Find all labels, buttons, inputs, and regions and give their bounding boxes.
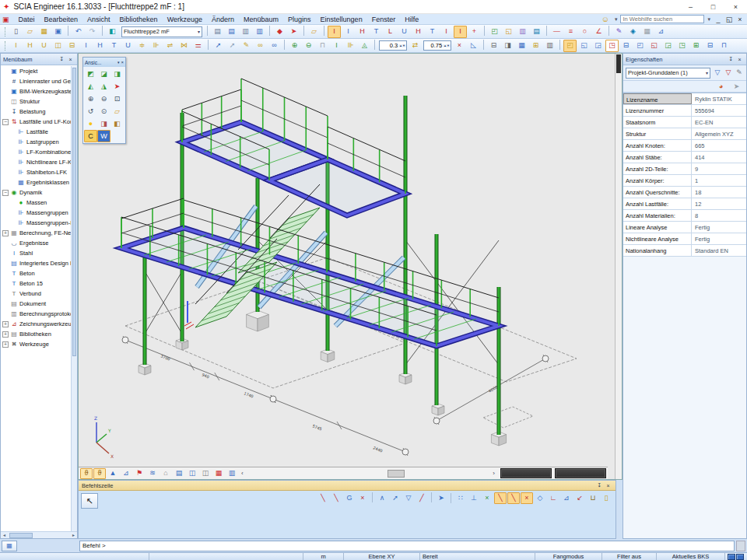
project-database-button[interactable]: ▦ <box>37 26 51 38</box>
remove-node-button[interactable]: ⊖ <box>302 40 315 52</box>
view-front-button[interactable]: ◰ <box>563 40 577 52</box>
snap-cross-button[interactable]: × <box>481 492 493 504</box>
tree-item-verbund[interactable]: TVerbund <box>1 289 77 299</box>
ucs-icon[interactable] <box>728 554 735 560</box>
paste-button[interactable]: ▥ <box>239 26 252 38</box>
member-shell-button[interactable]: T <box>426 26 439 38</box>
property-row-nichtlineare-analyse[interactable]: Nichtlineare AnalyseFertig <box>623 233 746 245</box>
command-input[interactable]: Befehl > <box>79 541 735 551</box>
property-row-staatsnorm[interactable]: StaatsnormEC-EN <box>623 117 746 128</box>
mdi-close-button[interactable]: × <box>735 12 745 26</box>
expand-icon[interactable]: + <box>2 230 9 236</box>
walk-view-button[interactable]: ➤ <box>110 80 124 93</box>
spinner-arrows-icon[interactable]: ▲▼ <box>398 44 406 47</box>
animation-window-2[interactable] <box>555 468 606 478</box>
pin-panel-button[interactable]: ↧ <box>727 56 735 62</box>
beam-plate-button[interactable]: ⊟ <box>65 40 79 52</box>
close-icon[interactable]: × <box>121 60 124 65</box>
chain-2-button[interactable]: ∞ <box>268 40 281 52</box>
menu-einstellungen[interactable]: Einstellungen <box>316 16 367 23</box>
help-dropdown-icon[interactable]: ▾ <box>613 16 619 23</box>
member-plate-button[interactable]: L <box>384 26 397 38</box>
scrollbar-thumb[interactable] <box>72 68 76 356</box>
property-value[interactable]: 555694 <box>692 105 746 116</box>
tree-item-zeichnungswerkzeuge[interactable]: +⊿Zeichnungswerkzeuge <box>1 319 77 329</box>
tree-item-struktur[interactable]: ◫Struktur <box>1 96 77 107</box>
property-group-selector[interactable]: Projekt-Grunddaten (1) ▾ <box>626 68 710 79</box>
tree-item-stahlbeton-lfk[interactable]: ⊪Stahlbeton-LFK <box>1 167 77 177</box>
view-bottom-button[interactable]: ◰ <box>633 40 647 52</box>
webhelp-search-input[interactable] <box>620 15 704 23</box>
menu-datei[interactable]: Datei <box>14 16 40 23</box>
render-mode-button[interactable]: ▲ <box>107 468 119 479</box>
cmd-cursor-button[interactable]: ➚ <box>389 492 402 504</box>
tree-item-dynamik[interactable]: −◉Dynamik <box>1 187 77 198</box>
tree-item-integriertes-design-forms[interactable]: ▤Integriertes Design Forms <box>1 258 77 268</box>
command-mode-button[interactable]: ▦ <box>2 541 17 551</box>
menu-werkzeuge[interactable]: Werkzeuge <box>163 16 207 23</box>
save-button[interactable]: ▣ <box>51 26 65 38</box>
snap-tangent-button[interactable]: ⊿ <box>560 492 573 504</box>
menu-fenster[interactable]: Fenster <box>367 16 401 23</box>
tree-item-berechnungsprotokoll[interactable]: ▥Berechnungsprotokoll <box>1 309 77 319</box>
snap-ortho-button[interactable]: ⊥ <box>468 492 480 504</box>
tree-item-massengruppen[interactable]: ⊪Massengruppen <box>1 208 77 218</box>
scale-link-button[interactable]: ⇄ <box>409 40 422 52</box>
scrollbar-thumb[interactable] <box>616 54 621 73</box>
spinner-arrows-icon[interactable]: ▲▼ <box>443 44 451 47</box>
property-row-anzahl-2d-teile[interactable]: Anzahl 2D-Teile:9 <box>623 163 746 175</box>
draw-angle-button[interactable]: ∠ <box>592 26 605 38</box>
property-row-lizenznummer[interactable]: Lizenznummer555694 <box>623 105 746 117</box>
tree-item-lf-kombinationen[interactable]: ⊪LF-Kombinationen <box>1 147 77 157</box>
grid-icon[interactable] <box>736 554 744 560</box>
send-action-button[interactable]: ➤ <box>730 80 743 93</box>
property-row-lineare-analyse[interactable]: Lineare AnalyseFertig <box>623 222 746 233</box>
cut-member-button[interactable]: ⚌ <box>191 40 205 52</box>
member-selected-button[interactable]: I <box>454 26 467 38</box>
rotate-left-button[interactable]: ◭ <box>84 80 97 93</box>
find-entity-button[interactable]: ◈ <box>626 26 640 38</box>
draw-line-button[interactable]: — <box>550 26 563 38</box>
paste-add-button[interactable]: ▥ <box>253 26 266 38</box>
tree-item-ergebnisse[interactable]: ◡Ergebnisse <box>1 238 77 248</box>
tree-item-bim-werkzeugkasten[interactable]: ▣BIM-Werkzeugkasten <box>1 86 77 96</box>
property-row-lizenzname[interactable]: LizenznameRyklin STATIK <box>623 93 746 105</box>
view-axo-button[interactable]: ◩ <box>84 68 97 80</box>
status-plane[interactable]: Ebene XY <box>344 553 420 560</box>
undo-button[interactable]: ↶ <box>72 26 85 38</box>
menu-bibliotheken[interactable]: Bibliotheken <box>115 16 163 23</box>
menu-ansicht[interactable]: Ansicht <box>82 16 115 23</box>
tree-item-berechnung-fe-netz[interactable]: +▦Berechnung, FE-Netz <box>1 228 77 238</box>
cmd-pointer-star-button[interactable]: ➤ <box>435 492 447 504</box>
cmd-delete-button[interactable]: × <box>356 492 369 504</box>
hinge-button[interactable]: I <box>330 40 343 52</box>
pin-panel-button[interactable]: ↧ <box>58 56 66 62</box>
menutree-horizontal-scrollbar[interactable]: ◄ ► <box>1 531 77 538</box>
status-unit[interactable]: m <box>303 553 344 560</box>
load-group-button[interactable]: ⊪ <box>344 40 357 52</box>
tree-item-bibliotheken[interactable]: +▤Bibliotheken <box>1 329 77 339</box>
tree-item-projekt[interactable]: ▣Projekt <box>1 66 77 76</box>
property-value[interactable]: Fertig <box>692 233 746 244</box>
cmd-circle-button[interactable]: G <box>343 492 356 504</box>
mdi-document-icon[interactable]: ▣ <box>2 16 9 23</box>
property-row-anzahl-korper[interactable]: Anzahl Körper:1 <box>623 175 746 187</box>
cmd-line-button[interactable]: ╲ <box>317 492 329 504</box>
light-button[interactable]: ● <box>84 117 97 130</box>
beam-opening-button[interactable]: ◫ <box>51 40 65 52</box>
triangle-scale-button[interactable]: ◺ <box>467 40 480 52</box>
beam-ip-button[interactable]: I <box>9 40 23 52</box>
tree-item-linienraster-und-geschosse[interactable]: #Linienraster und Geschosse <box>1 76 77 86</box>
view-axo-1-button[interactable]: ◱ <box>647 40 661 52</box>
view-back-button[interactable]: ◱ <box>577 40 591 52</box>
colors-by-layer-button[interactable]: C <box>84 130 97 142</box>
member-wall-button[interactable]: U <box>398 26 411 38</box>
steel-truss-button[interactable]: U <box>121 40 135 52</box>
tree-item-stahl[interactable]: IStahl <box>1 248 77 258</box>
support-button[interactable]: ⊓ <box>316 40 329 52</box>
tree-item-beton-15[interactable]: TBeton 15 <box>1 278 77 289</box>
status-ucs[interactable]: Aktuelles BKS <box>657 553 725 560</box>
tree-item-lastfalle-und-lf-kombinatic[interactable]: −⇅Lastfälle und LF-Kombinatic <box>1 117 77 127</box>
scrollbar-thumb[interactable] <box>388 470 405 478</box>
snap-midpoint-button[interactable]: ◇ <box>534 492 546 504</box>
